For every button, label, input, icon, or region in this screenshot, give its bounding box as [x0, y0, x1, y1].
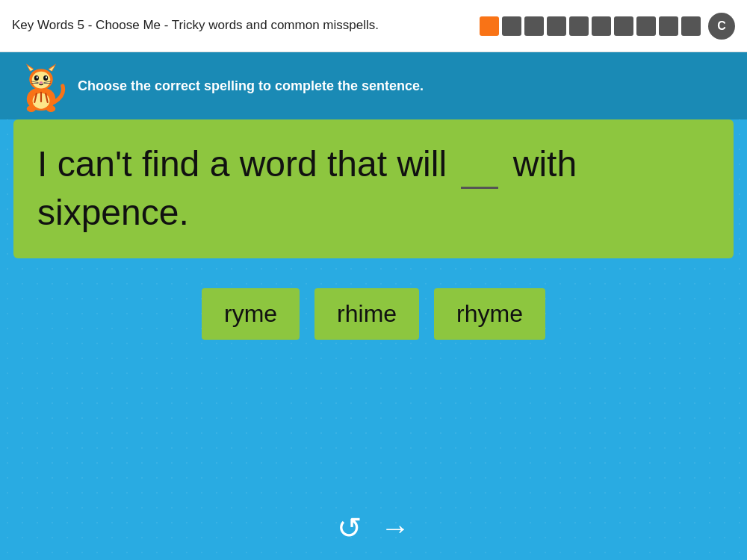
cat-mascot — [15, 60, 67, 112]
refresh-button[interactable]: ↺ — [337, 511, 362, 545]
svg-point-10 — [32, 72, 51, 89]
progress-dot-2 — [524, 16, 544, 36]
svg-point-21 — [46, 105, 55, 112]
progress-dot-0 — [480, 16, 499, 36]
answer-rhime-button[interactable]: rhime — [314, 288, 419, 340]
svg-point-12 — [43, 75, 48, 81]
instruction-bar: Choose the correct spelling to complete … — [0, 52, 747, 119]
progress-dot-3 — [547, 16, 566, 36]
progress-dot-6 — [614, 16, 633, 36]
sentence-box: I can't find a word that will with sixpe… — [13, 119, 734, 258]
sentence-text: I can't find a word that will with sixpe… — [37, 140, 710, 237]
instruction-text: Choose the correct spelling to complete … — [78, 78, 424, 94]
svg-point-11 — [34, 75, 39, 81]
c-button[interactable]: C — [708, 13, 735, 40]
sentence-before: I can't find a word that will — [37, 144, 447, 184]
progress-dot-9 — [681, 16, 701, 36]
progress-dot-4 — [569, 16, 589, 36]
progress-dot-1 — [502, 16, 521, 36]
main-area: Choose the correct spelling to complete … — [0, 52, 747, 560]
page-title: Key Words 5 - Choose Me - Tricky words a… — [12, 17, 379, 34]
svg-point-13 — [37, 76, 38, 78]
svg-point-20 — [27, 105, 36, 112]
progress-bar: C — [480, 13, 735, 40]
bottom-nav: ↺ → — [337, 511, 410, 545]
answer-ryme-button[interactable]: ryme — [202, 288, 300, 340]
svg-point-14 — [46, 76, 47, 78]
sentence-blank — [461, 181, 498, 189]
progress-dot-5 — [592, 16, 611, 36]
next-button[interactable]: → — [380, 511, 410, 545]
header: Key Words 5 - Choose Me - Tricky words a… — [0, 0, 747, 52]
progress-dot-8 — [659, 16, 678, 36]
answer-rhyme-button[interactable]: rhyme — [434, 288, 545, 340]
answers-container: ryme rhime rhyme — [0, 288, 747, 340]
progress-dot-7 — [636, 16, 656, 36]
svg-point-15 — [40, 81, 43, 84]
